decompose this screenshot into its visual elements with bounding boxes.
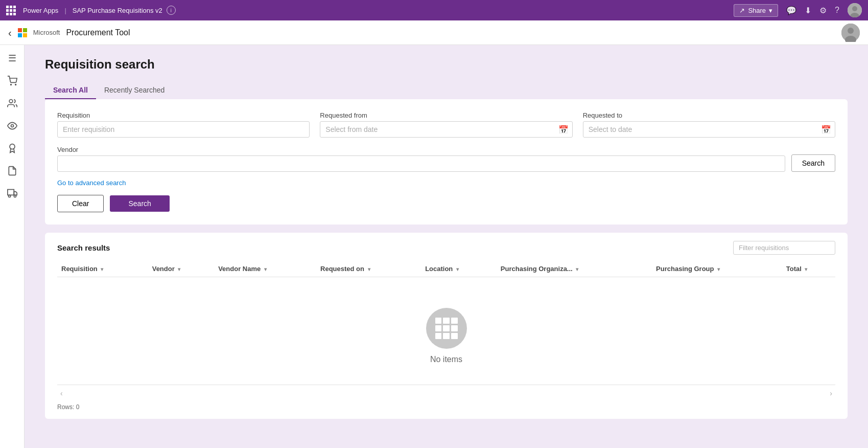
top-bar: Power Apps | SAP Purchase Requisitions v…	[0, 0, 868, 20]
sort-icon-purchasing-group: ▾	[717, 266, 720, 272]
empty-state: No items	[57, 277, 835, 385]
user-avatar-top[interactable]	[848, 3, 862, 17]
col-vendor[interactable]: Vendor ▾	[148, 261, 214, 277]
calendar-to-icon[interactable]: 📅	[821, 125, 831, 135]
tabs: Search All Recently Searched	[45, 82, 848, 99]
requisition-input[interactable]	[57, 121, 310, 138]
action-row: Clear Search	[57, 195, 835, 212]
results-panel: Search results Requisition ▾ Vendor ▾	[45, 233, 848, 419]
sort-icon-vendor: ▾	[178, 266, 180, 272]
sort-icon-total: ▾	[805, 266, 807, 272]
sort-icon-location: ▾	[456, 266, 459, 272]
sort-icon-vendor-name: ▾	[264, 266, 267, 272]
sidebar-icon-truck[interactable]	[3, 184, 21, 203]
col-requested-on[interactable]: Requested on ▾	[316, 261, 421, 277]
table-header: Requisition ▾ Vendor ▾ Vendor Name ▾ R	[57, 261, 835, 277]
results-table: Requisition ▾ Vendor ▾ Vendor Name ▾ R	[57, 261, 835, 277]
filter-input[interactable]	[733, 241, 835, 255]
second-bar-right	[841, 24, 860, 42]
empty-grid-icon	[435, 318, 458, 339]
page-title: Requisition search	[45, 57, 848, 72]
rows-count: Rows: 0	[57, 404, 835, 411]
settings-icon[interactable]: ⚙	[819, 6, 827, 15]
top-bar-right: ↗ Share ▾ 💬 ⬇ ⚙ ?	[734, 3, 862, 17]
sidebar-icon-cart[interactable]	[3, 72, 21, 90]
share-label: Share	[748, 7, 766, 14]
svg-marker-12	[14, 192, 17, 195]
col-purchasing-org[interactable]: Purchasing Organiza... ▾	[497, 261, 652, 277]
svg-rect-11	[7, 190, 13, 195]
requested-to-input[interactable]	[583, 121, 835, 138]
clear-button[interactable]: Clear	[57, 195, 104, 212]
sort-icon-purchasing-org: ▾	[576, 266, 578, 272]
download-icon[interactable]: ⬇	[805, 6, 811, 15]
sidebar-icon-award[interactable]	[3, 139, 21, 158]
col-total[interactable]: Total ▾	[782, 261, 835, 277]
ms-logo	[18, 28, 27, 37]
sidebar: ☰	[0, 45, 25, 448]
requisition-label: Requisition	[57, 111, 310, 119]
sidebar-icon-eye[interactable]	[3, 117, 21, 135]
app-name: Power Apps	[23, 7, 58, 14]
tab-search-all[interactable]: Search All	[45, 82, 96, 99]
form-row-1: Requisition Requested from 📅 Requested t…	[57, 111, 835, 138]
scroll-left-arrow[interactable]: ‹	[57, 388, 66, 398]
requested-from-field: Requested from 📅	[320, 111, 572, 138]
requested-to-field: Requested to 📅	[583, 111, 835, 138]
second-bar-title: Procurement Tool	[66, 28, 130, 37]
search-vendor-button[interactable]: Search	[791, 154, 835, 172]
svg-point-6	[10, 84, 11, 85]
scroll-right-arrow[interactable]: ›	[827, 388, 835, 398]
col-location[interactable]: Location ▾	[421, 261, 497, 277]
search-button[interactable]: Search	[110, 195, 169, 212]
vendor-row: Vendor 3000 Search	[57, 146, 835, 172]
svg-point-13	[8, 195, 10, 197]
back-button[interactable]: ‹	[8, 28, 12, 38]
empty-text: No items	[430, 355, 462, 364]
apps-icon[interactable]	[6, 6, 16, 15]
separator: |	[64, 7, 66, 14]
requested-to-label: Requested to	[583, 111, 835, 119]
main-content: Requisition search Search All Recently S…	[25, 45, 868, 448]
comments-icon[interactable]: 💬	[786, 6, 796, 15]
top-bar-left: Power Apps | SAP Purchase Requisitions v…	[6, 6, 734, 15]
empty-icon	[426, 308, 467, 349]
svg-point-8	[9, 100, 13, 103]
sort-icon-requisition: ▾	[101, 266, 103, 272]
results-header: Search results	[57, 241, 835, 255]
svg-point-4	[848, 28, 854, 34]
share-icon: ↗	[739, 7, 745, 14]
sidebar-icon-menu[interactable]: ☰	[3, 49, 21, 68]
calendar-from-icon[interactable]: 📅	[558, 125, 569, 135]
search-panel: Requisition Requested from 📅 Requested t…	[45, 99, 848, 225]
requested-to-input-wrap: 📅	[583, 121, 835, 138]
scroll-row: ‹ ›	[57, 385, 835, 401]
svg-point-14	[14, 195, 16, 197]
sidebar-icon-document[interactable]	[3, 162, 21, 180]
vendor-input[interactable]: 3000	[57, 155, 785, 172]
vendor-field: Vendor 3000	[57, 146, 785, 172]
advanced-search-link[interactable]: Go to advanced search	[57, 179, 126, 187]
tab-recently-searched[interactable]: Recently Searched	[96, 82, 173, 99]
col-requisition[interactable]: Requisition ▾	[57, 261, 148, 277]
second-bar: ‹ Microsoft Procurement Tool	[0, 20, 868, 45]
sort-icon-requested-on: ▾	[368, 266, 370, 272]
col-purchasing-group[interactable]: Purchasing Group ▾	[652, 261, 782, 277]
help-icon[interactable]: ?	[835, 6, 839, 15]
col-vendor-name[interactable]: Vendor Name ▾	[214, 261, 316, 277]
svg-point-1	[852, 6, 857, 11]
layout: ☰	[0, 45, 868, 448]
svg-point-10	[10, 144, 15, 149]
svg-point-7	[15, 84, 16, 85]
user-avatar[interactable]	[841, 24, 860, 42]
share-chevron: ▾	[769, 7, 772, 14]
requested-from-label: Requested from	[320, 111, 572, 119]
svg-point-9	[11, 125, 13, 127]
info-icon[interactable]: i	[167, 6, 176, 15]
app-title: SAP Purchase Requisitions v2	[73, 7, 162, 14]
share-button[interactable]: ↗ Share ▾	[734, 4, 778, 17]
requisition-field: Requisition	[57, 111, 310, 138]
requested-from-input-wrap: 📅	[320, 121, 572, 138]
requested-from-input[interactable]	[320, 121, 572, 138]
sidebar-icon-contacts[interactable]	[3, 94, 21, 113]
